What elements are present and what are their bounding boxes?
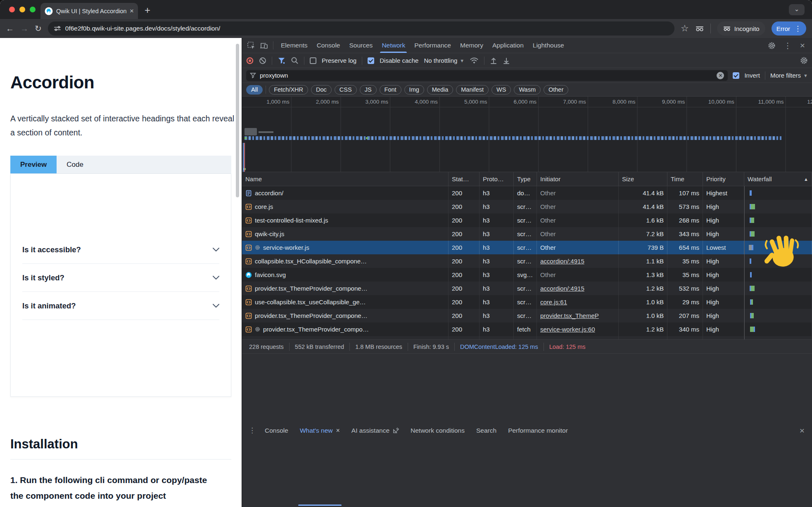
- devtools-tab-memory[interactable]: Memory: [456, 38, 488, 53]
- filter-chip-js[interactable]: JS: [360, 85, 377, 95]
- request-row[interactable]: provider.tsx_ThemeProvider_compone…200h3…: [242, 309, 812, 322]
- page-scrollbar[interactable]: [236, 44, 239, 197]
- filter-chip-wasm[interactable]: Wasm: [514, 85, 541, 95]
- request-row[interactable]: favicon.svg200h3svg…Other1.3 kB35 msHigh: [242, 268, 812, 282]
- column-header-priority[interactable]: Priority: [703, 172, 744, 186]
- overview-selection[interactable]: [245, 128, 257, 135]
- devtools-kebab-menu-icon[interactable]: ⋮: [784, 41, 792, 50]
- initiator-link[interactable]: core.js:61: [540, 299, 567, 306]
- request-row[interactable]: provider.tsx_ThemeProvider_compo…200h3fe…: [242, 322, 812, 336]
- inspect-element-icon[interactable]: [247, 41, 256, 50]
- devtools-tab-elements[interactable]: Elements: [276, 38, 312, 53]
- request-row[interactable]: core.js200h3scr…Other41.4 kB573 msHigh: [242, 200, 812, 213]
- clear-filter-icon[interactable]: ✕: [717, 72, 724, 79]
- devtools-tab-application[interactable]: Application: [488, 38, 528, 53]
- filter-chip-img[interactable]: Img: [404, 85, 424, 95]
- network-settings-gear-icon[interactable]: [800, 57, 808, 64]
- drawer-tab-performancemonitor[interactable]: Performance monitor: [502, 354, 574, 507]
- bookmark-star-icon[interactable]: ☆: [681, 24, 689, 33]
- filter-input-wrapper[interactable]: ✕: [246, 70, 728, 81]
- reload-icon[interactable]: ↻: [35, 24, 42, 33]
- new-tab-button[interactable]: +: [145, 5, 150, 16]
- back-icon[interactable]: ←: [6, 24, 14, 33]
- drawer-tab-console[interactable]: Console: [259, 354, 294, 507]
- size-cell: 1.3 kB: [619, 268, 667, 282]
- close-window-button[interactable]: [9, 7, 15, 12]
- devtools-tab-lighthouse[interactable]: Lighthouse: [528, 38, 569, 53]
- preserve-log-checkbox[interactable]: [310, 57, 316, 64]
- record-network-log-icon[interactable]: [246, 57, 254, 64]
- request-row[interactable]: provider.js200h3fetchservice-worker.js:6…: [242, 336, 812, 339]
- request-row[interactable]: test-controlled-list-mixed.js200h3scr…Ot…: [242, 213, 812, 227]
- throttling-select[interactable]: No throttling ▼: [424, 57, 464, 64]
- filter-chip-fetchxhr[interactable]: Fetch/XHR: [269, 85, 308, 95]
- initiator-link[interactable]: service-worker.js:60: [540, 326, 595, 333]
- tab-search-chevron-icon[interactable]: ⌄: [789, 4, 805, 15]
- column-header-size[interactable]: Size: [619, 172, 667, 186]
- column-header-proto[interactable]: Proto…: [480, 172, 514, 186]
- devtools-tab-console[interactable]: Console: [312, 38, 345, 53]
- drawer-tab-search[interactable]: Search: [470, 354, 502, 507]
- request-row[interactable]: accordion/200h3do…Other41.4 kB107 msHigh…: [242, 186, 812, 200]
- column-header-time[interactable]: Time: [667, 172, 703, 186]
- request-row[interactable]: use-collapsible.tsx_useCollapsible_ge…20…: [242, 295, 812, 309]
- invert-checkbox[interactable]: [733, 72, 739, 79]
- column-header-stat[interactable]: Stat…: [449, 172, 480, 186]
- export-har-icon[interactable]: [503, 57, 510, 64]
- request-row[interactable]: service-worker.js200h3scr…Other739 B654 …: [242, 241, 812, 254]
- filter-input[interactable]: [260, 72, 713, 79]
- tab-code[interactable]: Code: [57, 156, 93, 173]
- browser-menu-error-button[interactable]: Error ⋮: [772, 21, 806, 36]
- address-bar[interactable]: 0f6e2f0b.qwik-ui-site.pages.dev/docs/sty…: [48, 21, 674, 36]
- request-row[interactable]: qwik-city.js200h3scr…Other7.2 kB343 msHi…: [242, 227, 812, 241]
- drawer-kebab-menu-icon[interactable]: ⋮: [249, 426, 256, 435]
- forward-icon[interactable]: →: [20, 24, 28, 33]
- profile-incognito-icon[interactable]: [695, 25, 704, 32]
- clear-network-log-icon[interactable]: [259, 57, 266, 64]
- devtools-settings-gear-icon[interactable]: [768, 42, 776, 50]
- accordion-item[interactable]: Is it animated?: [22, 292, 219, 320]
- column-header-initiator[interactable]: Initiator: [537, 172, 619, 186]
- column-header-name[interactable]: Name: [242, 172, 449, 186]
- disable-cache-checkbox[interactable]: [368, 57, 374, 64]
- devtools-close-icon[interactable]: ×: [800, 40, 805, 50]
- browser-tab[interactable]: Qwik UI | Styled Accordion Co ×: [40, 3, 138, 19]
- devtools-tab-performance[interactable]: Performance: [410, 38, 456, 53]
- filter-chip-ws[interactable]: WS: [491, 85, 511, 95]
- column-header-waterfall[interactable]: Waterfall▲: [744, 172, 812, 186]
- initiator-link[interactable]: provider.tsx_ThemeP: [540, 312, 599, 319]
- filter-chip-manifest[interactable]: Manifest: [456, 85, 489, 95]
- minimize-window-button[interactable]: [19, 7, 25, 12]
- request-row[interactable]: provider.tsx_ThemeProvider_compone…200h3…: [242, 282, 812, 295]
- devtools-tab-network[interactable]: Network: [377, 38, 410, 53]
- filter-chip-doc[interactable]: Doc: [311, 85, 332, 95]
- request-row[interactable]: collapsible.tsx_HCollapsible_compone…200…: [242, 254, 812, 268]
- filter-chip-css[interactable]: CSS: [335, 85, 357, 95]
- filter-chip-other[interactable]: Other: [544, 85, 568, 95]
- devtools-tab-sources[interactable]: Sources: [345, 38, 378, 53]
- device-toolbar-icon[interactable]: [260, 42, 268, 50]
- drawer-tab-aiassistance[interactable]: AI assistance: [346, 354, 405, 507]
- close-drawer-tab-icon[interactable]: ×: [336, 427, 340, 434]
- search-icon[interactable]: [291, 57, 299, 64]
- filter-funnel-icon[interactable]: [278, 57, 285, 64]
- maximize-window-button[interactable]: [30, 7, 36, 12]
- more-filters-dropdown[interactable]: More filters ▼: [770, 72, 808, 79]
- drawer-close-icon[interactable]: ×: [800, 426, 805, 436]
- filter-chip-all[interactable]: All: [246, 85, 263, 95]
- network-overview-timeline[interactable]: 1,000 ms2,000 ms3,000 ms4,000 ms5,000 ms…: [242, 97, 812, 172]
- filter-chip-font[interactable]: Font: [380, 85, 401, 95]
- site-settings-icon[interactable]: [54, 25, 61, 32]
- accordion-item[interactable]: Is it accessible?: [22, 236, 219, 264]
- tab-preview[interactable]: Preview: [10, 156, 57, 173]
- column-header-type[interactable]: Type: [514, 172, 537, 186]
- accordion-item[interactable]: Is it styled?: [22, 264, 219, 292]
- close-tab-icon[interactable]: ×: [130, 7, 134, 14]
- filter-chip-media[interactable]: Media: [427, 85, 453, 95]
- network-conditions-icon[interactable]: [470, 57, 479, 64]
- import-har-icon[interactable]: [490, 57, 497, 64]
- drawer-tab-networkconditions[interactable]: Network conditions: [405, 354, 470, 507]
- initiator-link[interactable]: accordion/:4915: [540, 258, 584, 265]
- initiator-link[interactable]: accordion/:4915: [540, 285, 584, 292]
- drawer-tab-whatsnew[interactable]: What's new×: [294, 354, 346, 507]
